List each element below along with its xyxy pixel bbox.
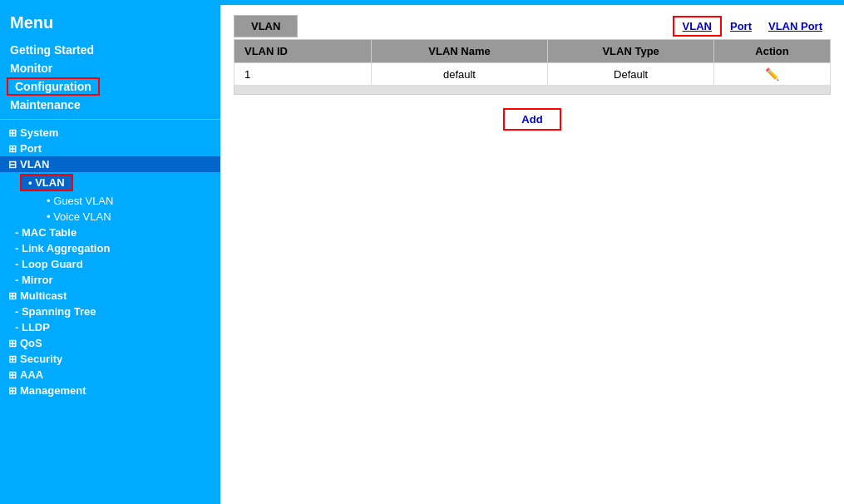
plus-icon: ⊞ <box>8 353 17 365</box>
plus-icon: ⊞ <box>8 127 17 139</box>
sidebar-item-label: - LLDP <box>15 321 50 334</box>
sidebar-item-voice-vlan[interactable]: • Voice VLAN <box>17 209 220 225</box>
sidebar-top-nav: Getting Started Monitor Configuration Ma… <box>0 39 220 116</box>
sidebar-item-label: AAA <box>20 368 43 381</box>
cell-vlan-type: Default <box>548 63 714 86</box>
sidebar-item-label: QoS <box>20 337 42 349</box>
sidebar-item-multicast[interactable]: ⊞ Multicast <box>0 288 220 304</box>
sidebar-item-label: • VLAN <box>28 176 65 189</box>
sidebar-nav-getting-started[interactable]: Getting Started <box>0 41 220 59</box>
sidebar-item-label: VLAN <box>20 158 49 170</box>
content-area: VLAN VLAN Port VLAN Port VLAN ID VLAN Na… <box>220 5 844 504</box>
sidebar-item-label: Port <box>20 142 42 155</box>
sidebar-item-label: - Link Aggregation <box>15 242 110 254</box>
col-action: Action <box>714 40 831 63</box>
sidebar-item-aaa[interactable]: ⊞ AAA <box>0 367 220 383</box>
sidebar-item-port[interactable]: ⊞ Port <box>0 141 220 156</box>
cell-vlan-name: default <box>371 63 548 86</box>
add-button[interactable]: Add <box>503 108 560 131</box>
plus-icon: ⊞ <box>8 385 17 397</box>
plus-icon: ⊞ <box>8 338 17 349</box>
tab-row: VLAN VLAN Port VLAN Port <box>234 15 831 37</box>
vlan-table: VLAN ID VLAN Name VLAN Type Action 1 def… <box>234 39 831 95</box>
sidebar-item-label: Management <box>20 384 86 397</box>
table-row-empty <box>234 86 831 95</box>
sidebar-item-vlan[interactable]: ⊟ VLAN <box>0 156 220 172</box>
sidebar-item-label: - MAC Table <box>15 226 77 239</box>
cell-action[interactable]: ✏️ <box>714 63 831 86</box>
vlan-children: • VLAN • Guest VLAN • Voice VLAN <box>0 172 220 225</box>
minus-icon: ⊟ <box>8 159 17 170</box>
plus-icon: ⊞ <box>8 290 17 302</box>
sidebar-item-loop-guard[interactable]: - Loop Guard <box>0 256 220 272</box>
sidebar-item-label: • Guest VLAN <box>47 195 113 207</box>
sidebar-title: Menu <box>0 5 220 39</box>
sidebar: Menu Getting Started Monitor Configurati… <box>0 5 220 504</box>
sidebar-divider <box>0 119 220 120</box>
sidebar-item-management[interactable]: ⊞ Management <box>0 383 220 398</box>
col-vlan-id: VLAN ID <box>234 40 372 63</box>
sidebar-item-spanning-tree[interactable]: - Spanning Tree <box>0 304 220 319</box>
sidebar-item-mirror[interactable]: - Mirror <box>0 272 220 288</box>
sidebar-nav-maintenance[interactable]: Maintenance <box>0 96 220 114</box>
add-btn-row: Add <box>234 108 831 131</box>
main-layout: Menu Getting Started Monitor Configurati… <box>0 5 844 504</box>
plus-icon: ⊞ <box>8 369 17 381</box>
plus-icon: ⊞ <box>8 143 17 155</box>
sidebar-item-mac-table[interactable]: - MAC Table <box>0 225 220 240</box>
sidebar-section: ⊞ System ⊞ Port ⊟ VLAN • VLAN • Guest VL… <box>0 123 220 400</box>
sidebar-item-lldp[interactable]: - LLDP <box>0 319 220 335</box>
table-row: 1 default Default ✏️ <box>234 63 831 86</box>
sidebar-item-link-aggregation[interactable]: - Link Aggregation <box>0 240 220 256</box>
sidebar-item-vlan-sub[interactable]: • VLAN <box>20 174 73 191</box>
tab-vlan-active[interactable]: VLAN <box>234 15 298 37</box>
sidebar-item-label: System <box>20 126 58 139</box>
sidebar-item-qos[interactable]: ⊞ QoS <box>0 335 220 351</box>
sidebar-item-guest-vlan[interactable]: • Guest VLAN <box>17 193 220 209</box>
edit-icon[interactable]: ✏️ <box>765 67 779 81</box>
sidebar-item-label: Multicast <box>20 289 67 302</box>
tab-link-port[interactable]: Port <box>722 17 760 35</box>
sidebar-item-label: Security <box>20 353 62 365</box>
sidebar-item-system[interactable]: ⊞ System <box>0 125 220 141</box>
tab-link-vlan[interactable]: VLAN <box>673 16 722 37</box>
sidebar-item-label: - Loop Guard <box>15 258 83 270</box>
col-vlan-name: VLAN Name <box>371 40 548 63</box>
sidebar-item-label: - Mirror <box>15 274 53 286</box>
sidebar-item-security[interactable]: ⊞ Security <box>0 351 220 367</box>
sidebar-item-label: • Voice VLAN <box>47 210 111 223</box>
cell-vlan-id: 1 <box>234 63 372 86</box>
tab-link-vlan-port[interactable]: VLAN Port <box>760 17 831 35</box>
sidebar-nav-monitor[interactable]: Monitor <box>0 59 220 77</box>
sidebar-item-label: - Spanning Tree <box>15 305 96 318</box>
sidebar-nav-configuration[interactable]: Configuration <box>7 77 100 96</box>
col-vlan-type: VLAN Type <box>548 40 714 63</box>
